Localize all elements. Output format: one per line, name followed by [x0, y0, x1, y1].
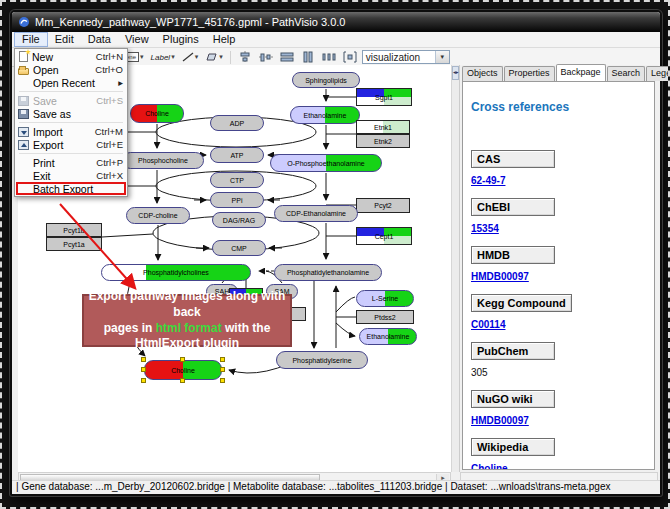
chevron-down-icon[interactable]: ▾	[435, 51, 449, 63]
pathway-node-phosphatidylserine[interactable]: Phosphatidylserine	[276, 351, 368, 369]
selection-handle[interactable]	[141, 367, 146, 372]
pathway-node-cmp[interactable]: CMP	[212, 240, 266, 256]
menu-data[interactable]: Data	[81, 32, 118, 47]
distribute-horizontal-button[interactable]	[320, 50, 338, 65]
menu-file[interactable]: File	[14, 32, 48, 47]
pathway-node-etnk2[interactable]: Etnk2	[356, 134, 410, 148]
shortcut-label: Ctrl+P	[96, 157, 123, 168]
pathway-node-pcyt2[interactable]: Pcyt2	[356, 198, 410, 213]
visualization-combobox[interactable]: visualization ▾	[362, 50, 450, 64]
distribute-vertical-button[interactable]	[341, 50, 359, 65]
chevron-down-icon[interactable]: ▾	[195, 53, 199, 61]
pathway-node-cdp-ethanolamine[interactable]: CDP-Ethanolamine	[274, 205, 358, 222]
pathway-node-choline[interactable]: Choline	[130, 104, 184, 123]
menu-edit[interactable]: Edit	[48, 32, 81, 47]
pathway-node-l-serine[interactable]: L-Serine	[356, 290, 414, 307]
pathway-node-ptdss2[interactable]: Ptdss2	[356, 310, 414, 324]
file-menu-item-save[interactable]: SaveCtrl+S	[16, 94, 126, 107]
match-width-button[interactable]	[278, 50, 296, 65]
pathway-node-adp[interactable]: ADP	[210, 115, 264, 131]
file-menu-item-open-recent[interactable]: Open Recent▸	[16, 76, 126, 89]
menu-help[interactable]: Help	[206, 32, 243, 47]
selection-handle[interactable]	[180, 357, 185, 362]
pathway-node-pcyt1b[interactable]: Pcyt1b	[46, 223, 102, 237]
tab-backpage[interactable]: Backpage	[556, 64, 606, 81]
selection-handle[interactable]	[180, 378, 185, 383]
title-bar[interactable]: Mm_Kennedy_pathway_WP1771_45176.gpml - P…	[12, 12, 660, 32]
pathway-node-choline[interactable]: Choline	[144, 360, 222, 380]
menu-view[interactable]: View	[118, 32, 156, 47]
annotation-line: pages in html format with the	[84, 321, 290, 337]
selection-handle[interactable]	[141, 357, 146, 362]
pathway-node-ppi[interactable]: PPi	[210, 192, 264, 208]
cross-reference-link[interactable]: C00114	[471, 319, 505, 330]
selection-handle[interactable]	[220, 367, 225, 372]
file-menu-item-new[interactable]: NewCtrl+N	[16, 50, 126, 63]
node-label: CTP	[230, 177, 244, 184]
pathway-node-cdp-choline[interactable]: CDP-choline	[126, 207, 190, 224]
pathway-node-sphingolipids[interactable]: Sphingolipids	[292, 72, 360, 88]
node-label: Pcyt1b	[63, 227, 84, 234]
pathway-node-phosphatidylcholines[interactable]: Phosphatidylcholines	[101, 264, 251, 281]
shortcut-label: Ctrl+M	[95, 126, 123, 137]
pathway-node-atp[interactable]: ATP	[210, 147, 264, 163]
pathway-node-ethanolamine[interactable]: Ethanolamine	[359, 328, 417, 345]
file-menu-item-exit[interactable]: ExitCtrl+X	[16, 169, 126, 182]
file-menu-item-save-as[interactable]: Save as	[16, 107, 126, 120]
file-menu-item-label: Batch Export	[33, 183, 119, 195]
chevron-down-icon[interactable]: ▾	[140, 53, 144, 61]
cross-reference-link[interactable]: HMDB00097	[471, 271, 529, 282]
panel-splitter[interactable]: ◂▸	[451, 65, 460, 472]
pathway-node-pcyt1a[interactable]: Pcyt1a	[46, 237, 102, 251]
pathway-node-ethanolamine[interactable]: Ethanolamine	[290, 106, 360, 124]
pathway-node-ctp[interactable]: CTP	[210, 172, 264, 188]
file-menu-item-export[interactable]: ExportCtrl+E	[16, 138, 126, 151]
cross-reference-link[interactable]: Choline	[471, 463, 508, 470]
file-menu-item-print[interactable]: PrintCtrl+P	[16, 156, 126, 169]
pathway-node-o-phosphoethanolamine[interactable]: O-Phosphoethanolamine	[270, 154, 382, 172]
file-menu-item-batch-export[interactable]: Batch Export	[16, 182, 126, 195]
file-menu-item-import[interactable]: ImportCtrl+M	[16, 125, 126, 138]
pathway-node-phosphocholine[interactable]: Phosphocholine	[122, 152, 204, 169]
node-label: ATP	[230, 152, 243, 159]
selection-handle[interactable]	[220, 378, 225, 383]
chevron-down-icon[interactable]: ▾	[219, 53, 223, 61]
annotation-highlight: html format	[156, 321, 222, 335]
pathway-node-sgpl1[interactable]: Sgpl1	[356, 88, 412, 106]
node-label: Cept1	[375, 233, 394, 240]
backpage-section-chebi: ChEBI15354	[471, 198, 646, 236]
pathway-node-cept1[interactable]: Cept1	[356, 227, 412, 245]
splitter-collapse-icon[interactable]: ◂▸	[452, 66, 459, 80]
node-label: Ptdss2	[374, 314, 395, 321]
cross-reference-link[interactable]: HMDB00097	[471, 415, 529, 426]
pathway-node-dag-rag[interactable]: DAG/RAG	[212, 212, 266, 228]
app-icon	[18, 16, 30, 28]
pathway-node-phosphatidylethanolamine[interactable]: Phosphatidylethanolamine	[274, 264, 382, 281]
cross-references-heading: Cross references	[471, 100, 646, 114]
file-menu-item-label: New	[32, 51, 92, 63]
align-center-y-button[interactable]	[257, 50, 275, 65]
align-center-x-button[interactable]	[236, 50, 254, 65]
visualization-value: visualization	[366, 52, 420, 63]
line-tool-button[interactable]: ▾	[180, 50, 201, 65]
chevron-down-icon[interactable]: ▾	[171, 53, 175, 61]
shortcut-label: Ctrl+N	[96, 51, 123, 62]
tab-properties[interactable]: Properties	[504, 66, 555, 81]
cross-reference-link[interactable]: 15354	[471, 223, 499, 234]
tab-search[interactable]: Search	[607, 66, 646, 81]
blank-icon	[18, 158, 29, 168]
match-height-button[interactable]	[299, 50, 317, 65]
section-header: PubChem	[471, 342, 555, 360]
backpage-section-pubchem: PubChem305	[471, 342, 646, 380]
shape-tool-button[interactable]: ▾	[203, 50, 225, 65]
selection-handle[interactable]	[220, 357, 225, 362]
tab-legend[interactable]: Legend	[646, 66, 670, 81]
pathway-node-etnk1[interactable]: Etnk1	[356, 120, 410, 134]
label-tool-button[interactable]: Label ▾	[149, 50, 177, 65]
file-menu-item-open[interactable]: OpenCtrl+O	[16, 63, 126, 76]
tab-objects[interactable]: Objects	[462, 66, 503, 81]
section-header: CAS	[471, 150, 555, 168]
cross-reference-link[interactable]: 62-49-7	[471, 175, 505, 186]
selection-handle[interactable]	[141, 378, 146, 383]
menu-plugins[interactable]: Plugins	[156, 32, 206, 47]
